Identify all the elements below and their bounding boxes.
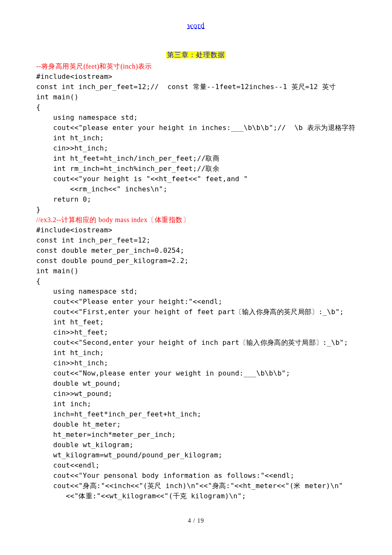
code-line: cout<<"Now,please enter your weight in p… [36,368,356,379]
code-line: int rm_inch=ht_inch%inch_per_feet;//取余 [36,164,356,174]
code-line: } [36,205,356,215]
code-line: const int inch_per_feet=12; [36,235,356,246]
code-line: wt_kilogram=wt_pound/pound_per_kilogram; [36,450,356,460]
section2-title: //ex3.2--计算相应的 body mass index〔体重指数〕 [36,215,356,225]
code-line: using namespace std; [36,113,356,123]
page-footer: 4 / 19 [36,517,356,524]
code-line: <<rm_inch<<" inches\n"; [36,184,356,194]
code-line: int ht_feet=ht_inch/inch_per_feet;//取商 [36,153,356,164]
code-line: cout<<"please enter your height in inche… [36,123,356,133]
code-line: int ht_inch; [36,133,356,143]
code-line: using namespace std; [36,286,356,297]
header-link[interactable]: word [187,21,205,30]
code-line: cout<<"身高:"<<inch<<"(英尺 inch)\n"<<"身高:"<… [36,481,356,491]
code-line: cout<<"First,enter your height of feet p… [36,307,356,317]
code-line: cin>>ht_feet; [36,327,356,338]
code-line: ht_meter=inch*meter_per_inch; [36,430,356,440]
code-line: cout<<endl; [36,460,356,471]
code-line: cin>>wt_pound; [36,389,356,399]
code-line: cout<<"Your pensonal body information as… [36,471,356,481]
code-line: cout<<"Second,enter your height of inch … [36,338,356,348]
code-line: cout<<"your height is "<<ht_feet<<" feet… [36,174,356,184]
code-line: cin>>ht_inch; [36,358,356,368]
code-line: double wt_pound; [36,379,356,389]
code-line: int main() [36,92,356,102]
chapter-title: 第三章：处理数据 [166,51,226,58]
code-line: { [36,276,356,286]
code-line: int inch; [36,399,356,409]
code-line: { [36,102,356,113]
code-line: double wt_kilogram; [36,440,356,450]
code-line: int ht_inch; [36,348,356,358]
code-line: #include<iostream> [36,225,356,235]
code-line: cin>>ht_inch; [36,143,356,153]
code-line: int main() [36,266,356,276]
code-line: <<"体重:"<<wt_kilogram<<"(千克 kilogram)\n"; [36,491,356,501]
code-line: const double meter_per_inch=0.0254; [36,246,356,256]
header-link-container: word [36,21,356,30]
chapter-title-container: 第三章：处理数据 [36,51,356,60]
code-line: #include<iostream> [36,72,356,82]
code-line: int ht_feet; [36,317,356,327]
code-line: const double pound_per_kilogram=2.2; [36,256,356,266]
section1-title: --将身高用英尺(feet)和英寸(inch)表示 [36,61,356,72]
code-line: inch=ht_feet*inch_per_feet+ht_inch; [36,409,356,419]
code-line: double ht_meter; [36,419,356,430]
page-number: 4 / 19 [188,517,204,524]
code-line: return 0; [36,194,356,205]
code-line: const int inch_per_feet=12;// const 常量--… [36,82,356,92]
document-page: word 第三章：处理数据 --将身高用英尺(feet)和英寸(inch)表示 … [0,0,392,541]
code-line: cout<<"Please enter your height:"<<endl; [36,297,356,307]
